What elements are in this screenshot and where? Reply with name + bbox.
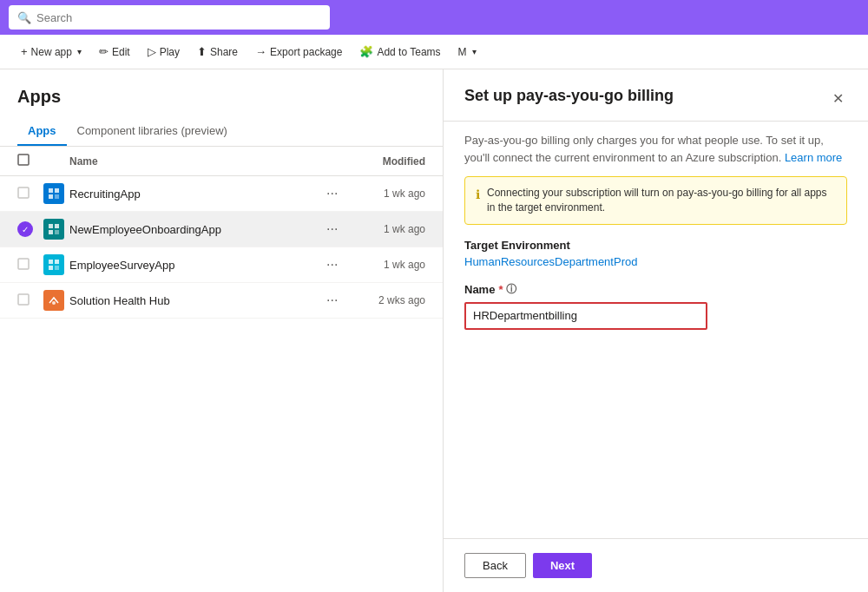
tab-apps[interactable]: Apps — [17, 117, 67, 146]
app-icon — [43, 254, 64, 275]
name-input[interactable] — [464, 302, 707, 330]
share-button[interactable]: ⬆ Share — [190, 42, 245, 62]
row-check[interactable] — [17, 258, 43, 273]
name-field-section: Name * ⓘ — [464, 282, 847, 330]
panel-title: Set up pay-as-you-go billing — [464, 87, 819, 105]
app-icon — [43, 183, 64, 204]
app-icon-container — [43, 219, 69, 240]
back-button[interactable]: Back — [464, 553, 526, 578]
svg-rect-10 — [18, 259, 29, 269]
tab-component-libraries[interactable]: Component libraries (preview) — [67, 117, 238, 146]
table-body: RecruitingApp ··· 1 wk ago ✓ NewEmployee… — [0, 176, 443, 319]
panel-subtitle: Pay-as-you-go billing only charges you f… — [444, 122, 868, 176]
header-check — [17, 154, 43, 168]
more-options-button[interactable]: ··· — [321, 255, 343, 274]
required-indicator: * — [498, 283, 503, 296]
target-environment-section: Target Environment HumanResourcesDepartm… — [464, 239, 847, 268]
share-icon: ⬆ — [197, 45, 207, 58]
check-mark: ✓ — [17, 221, 33, 237]
app-name: NewEmployeeOnboardingApp — [69, 223, 321, 236]
svg-rect-0 — [18, 155, 29, 165]
right-panel: Set up pay-as-you-go billing ✕ Pay-as-yo… — [443, 69, 868, 592]
app-icon — [43, 290, 64, 311]
svg-rect-4 — [49, 194, 53, 199]
svg-rect-11 — [49, 260, 53, 264]
export-button[interactable]: → Export package — [248, 42, 349, 62]
table-row[interactable]: EmployeeSurveyApp ··· 1 wk ago — [0, 247, 443, 283]
svg-rect-14 — [55, 266, 59, 270]
svg-rect-1 — [18, 187, 29, 198]
top-bar: 🔍 — [0, 0, 868, 35]
play-icon: ▷ — [148, 45, 156, 58]
svg-rect-7 — [55, 224, 59, 228]
header-modified: Modified — [356, 155, 425, 168]
more-options-button[interactable]: ··· — [321, 220, 343, 239]
more-options-button[interactable]: ··· — [321, 184, 343, 203]
chevron-down-icon: ▾ — [77, 47, 82, 56]
edit-button[interactable]: ✏ Edit — [92, 42, 137, 62]
header-name: Name — [69, 155, 321, 168]
search-container[interactable]: 🔍 — [9, 5, 330, 30]
left-panel: Apps Apps Component libraries (preview) … — [0, 69, 443, 592]
app-name: EmployeeSurveyApp — [69, 259, 321, 272]
row-check-selected[interactable]: ✓ — [17, 221, 43, 237]
app-icon-container — [43, 290, 69, 311]
chevron-down-icon: ▾ — [472, 47, 477, 56]
next-button[interactable]: Next — [533, 553, 592, 578]
svg-rect-13 — [49, 266, 53, 270]
tabs: Apps Component libraries (preview) — [0, 117, 443, 147]
name-label: Name * ⓘ — [464, 282, 847, 297]
row-options[interactable]: ··· — [321, 184, 356, 203]
svg-point-16 — [52, 301, 56, 305]
warning-banner: ℹ Connecting your subscription will turn… — [464, 176, 847, 225]
action-bar: + New app ▾ ✏ Edit ▷ Play ⬆ Share → Expo… — [0, 35, 868, 69]
svg-rect-2 — [49, 188, 53, 193]
panel-content: Target Environment HumanResourcesDepartm… — [444, 239, 868, 538]
svg-rect-8 — [49, 230, 53, 234]
more-options-button[interactable]: ··· — [321, 291, 343, 310]
add-to-teams-button[interactable]: 🧩 Add to Teams — [352, 42, 447, 62]
app-name: Solution Health Hub — [69, 294, 321, 307]
panel-header: Set up pay-as-you-go billing ✕ — [444, 69, 868, 122]
app-icon-container — [43, 254, 69, 275]
modified-date: 1 wk ago — [356, 259, 425, 271]
more-button[interactable]: M ▾ — [451, 43, 483, 62]
warning-icon: ℹ — [476, 187, 480, 204]
edit-icon: ✏ — [99, 45, 108, 58]
svg-rect-5 — [55, 194, 59, 199]
table-row[interactable]: Solution Health Hub ··· 2 wks ago — [0, 283, 443, 319]
plus-icon: + — [21, 45, 28, 58]
table-row[interactable]: RecruitingApp ··· 1 wk ago — [0, 176, 443, 212]
learn-more-link[interactable]: Learn more — [785, 151, 842, 164]
table-row[interactable]: ✓ NewEmployeeOnboardingApp ··· 1 wk ago — [0, 212, 443, 247]
target-environment-label: Target Environment — [464, 239, 847, 252]
panel-footer: Back Next — [444, 538, 868, 592]
search-input[interactable] — [36, 11, 321, 24]
main-layout: Apps Apps Component libraries (preview) … — [0, 69, 868, 592]
modified-date: 1 wk ago — [356, 223, 425, 235]
svg-rect-15 — [18, 294, 29, 305]
row-options[interactable]: ··· — [321, 255, 356, 274]
target-environment-value: HumanResourcesDepartmentProd — [464, 255, 847, 268]
modified-date: 2 wks ago — [356, 294, 425, 306]
app-icon-container — [43, 183, 69, 204]
table-header: Name Modified — [0, 147, 443, 176]
svg-rect-12 — [55, 260, 59, 264]
teams-icon: 🧩 — [359, 45, 373, 58]
row-check[interactable] — [17, 293, 43, 308]
page-title: Apps — [0, 69, 443, 117]
row-options[interactable]: ··· — [321, 220, 356, 239]
app-name: RecruitingApp — [69, 187, 321, 201]
search-icon: 🔍 — [17, 11, 31, 24]
svg-rect-6 — [49, 224, 53, 228]
export-icon: → — [255, 45, 266, 58]
svg-rect-3 — [55, 188, 59, 193]
svg-rect-9 — [55, 230, 59, 234]
play-button[interactable]: ▷ Play — [141, 42, 187, 62]
row-check[interactable] — [17, 187, 43, 201]
modified-date: 1 wk ago — [356, 187, 425, 200]
new-app-button[interactable]: + New app ▾ — [14, 42, 89, 62]
info-icon[interactable]: ⓘ — [506, 282, 516, 297]
close-button[interactable]: ✕ — [829, 87, 847, 110]
row-options[interactable]: ··· — [321, 291, 356, 310]
